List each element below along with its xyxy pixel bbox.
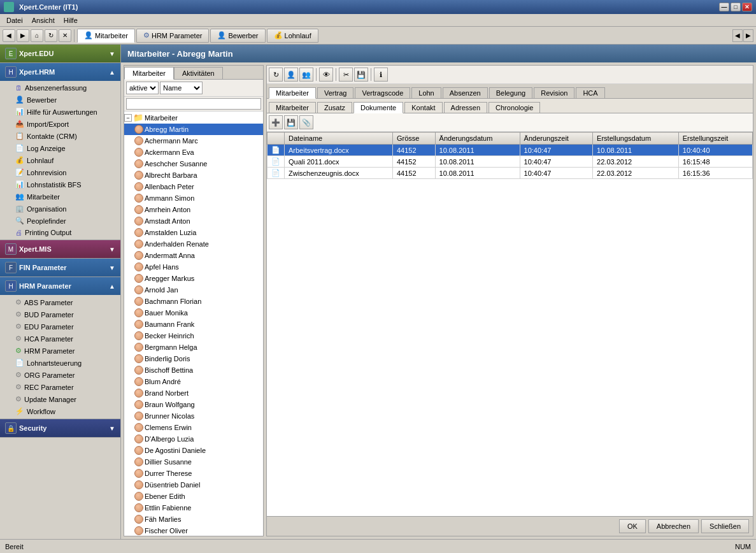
tree-item-24[interactable]: Braun Wolfgang bbox=[124, 399, 263, 410]
person-button[interactable]: 👤 bbox=[284, 68, 298, 82]
filter-dropdown[interactable]: aktive bbox=[126, 82, 159, 94]
tree-item-28[interactable]: De Agostini Daniele bbox=[124, 445, 263, 456]
tree-item-5[interactable]: Allenbach Peter bbox=[124, 181, 263, 192]
close-button-main[interactable]: Schließen bbox=[701, 519, 749, 533]
persons-button[interactable]: 👥 bbox=[299, 68, 313, 82]
tree-item-7[interactable]: Amrhein Anton bbox=[124, 204, 263, 215]
maximize-button[interactable]: □ bbox=[731, 3, 741, 11]
tab-scroll-prev[interactable]: ◀ bbox=[732, 29, 743, 42]
file-row-2[interactable]: 📄 Zwischenzeugnis.docx 44152 10.08.2011 … bbox=[267, 168, 753, 179]
tree-tab-mitarbeiter[interactable]: Mitarbeiter bbox=[124, 67, 174, 80]
detail-tab-absenzen[interactable]: Absenzen bbox=[443, 87, 488, 98]
tree-item-17[interactable]: Baumann Frank bbox=[124, 319, 263, 330]
refresh-button[interactable]: ↻ bbox=[269, 68, 283, 82]
delete-button[interactable]: ✂ bbox=[339, 68, 353, 82]
nav-refresh-button[interactable]: ↻ bbox=[45, 29, 57, 42]
tree-item-27[interactable]: D'Albergo Luzia bbox=[124, 433, 263, 445]
sidebar-header-hrm[interactable]: H Xpert.HRM ▲ bbox=[0, 63, 120, 81]
sidebar-item-org-parameter[interactable]: ⚙ ORG Parameter bbox=[0, 369, 120, 381]
col-erstellungszeit-header[interactable]: Erstellungszeit bbox=[678, 133, 752, 145]
detail-tab-belegung[interactable]: Belegung bbox=[489, 87, 533, 98]
tree-item-35[interactable]: Fischer Oliver bbox=[124, 525, 263, 536]
detail-subtab-dokumente[interactable]: Dokumente bbox=[353, 102, 403, 113]
sidebar-item-printing[interactable]: 🖨 Printing Output bbox=[0, 227, 120, 238]
sidebar-item-absenzenerfassung[interactable]: 🗓 Absenzenerfassung bbox=[0, 82, 120, 94]
file-row-1[interactable]: 📄 Quali 2011.docx 44152 10.08.2011 10:40… bbox=[267, 156, 753, 168]
tab-scroll-next[interactable]: ▶ bbox=[743, 29, 753, 42]
col-aenderungsdatum-header[interactable]: Änderungsdatum bbox=[435, 133, 520, 145]
tree-item-23[interactable]: Brand Norbert bbox=[124, 387, 263, 399]
view-button[interactable]: 👁 bbox=[319, 68, 333, 82]
tree-item-21[interactable]: Bischoff Bettina bbox=[124, 364, 263, 376]
col-dateiname-header[interactable]: Dateiname bbox=[285, 133, 393, 145]
sidebar-item-hca-parameter[interactable]: ⚙ HCA Parameter bbox=[0, 333, 120, 345]
search-input[interactable] bbox=[126, 98, 261, 110]
sidebar-item-import-export[interactable]: 📤 Import/Export bbox=[0, 118, 120, 130]
sidebar-item-update-manager[interactable]: ⚙ Update Manager bbox=[0, 393, 120, 405]
tab-lohnlauf[interactable]: 💰 Lohnlauf bbox=[267, 29, 318, 43]
tab-hrm-parameter[interactable]: ⚙ HRM Parameter bbox=[136, 29, 209, 43]
detail-subtab-adressen[interactable]: Adressen bbox=[444, 102, 487, 113]
nav-forward-button[interactable]: ▶ bbox=[17, 29, 29, 42]
detail-tab-hca[interactable]: HCA bbox=[576, 87, 604, 98]
tree-item-14[interactable]: Arnold Jan bbox=[124, 284, 263, 296]
tree-item-15[interactable]: Bachmann Florian bbox=[124, 296, 263, 307]
detail-subtab-kontakt[interactable]: Kontakt bbox=[404, 102, 442, 113]
col-aenderungszeit-header[interactable]: Änderungszeit bbox=[520, 133, 593, 145]
minimize-button[interactable]: — bbox=[719, 3, 729, 11]
sidebar-header-mis[interactable]: M Xpert.MIS ▼ bbox=[0, 240, 120, 258]
sidebar-item-workflow[interactable]: ⚡ Workflow bbox=[0, 405, 120, 417]
tree-item-2[interactable]: Ackermann Eva bbox=[124, 147, 263, 158]
sidebar-item-mitarbeiter[interactable]: 👥 Mitarbeiter bbox=[0, 190, 120, 203]
file-row-0[interactable]: 📄 Arbeitsvertrag.docx 44152 10.08.2011 1… bbox=[267, 145, 753, 156]
tree-item-12[interactable]: Apfel Hans bbox=[124, 261, 263, 273]
tree-item-16[interactable]: Bauer Monika bbox=[124, 307, 263, 319]
col-groesse-header[interactable]: Grösse bbox=[392, 133, 435, 145]
nav-back-button[interactable]: ◀ bbox=[3, 29, 15, 42]
sidebar-item-log-anzeige[interactable]: 📄 Log Anzeige bbox=[0, 142, 120, 154]
sidebar-header-hrm-param[interactable]: H HRM Parameter ▲ bbox=[0, 277, 120, 295]
detail-subtab-mitarbeiter[interactable]: Mitarbeiter bbox=[269, 102, 316, 113]
info-button[interactable]: ℹ bbox=[374, 68, 388, 82]
sidebar-item-rec-parameter[interactable]: ⚙ REC Parameter bbox=[0, 381, 120, 393]
tree-item-22[interactable]: Blum André bbox=[124, 376, 263, 387]
detail-tab-mitarbeiter[interactable]: Mitarbeiter bbox=[269, 87, 316, 99]
tree-item-29[interactable]: Dillier Susanne bbox=[124, 456, 263, 468]
sidebar-item-bewerber[interactable]: 👤 Bewerber bbox=[0, 94, 120, 106]
tree-item-25[interactable]: Brunner Nicolas bbox=[124, 410, 263, 422]
sidebar-item-bud-parameter[interactable]: ⚙ BUD Parameter bbox=[0, 308, 120, 320]
attach-document-button[interactable]: 📎 bbox=[299, 115, 313, 129]
sidebar-item-organisation[interactable]: 🏢 Organisation bbox=[0, 203, 120, 215]
tab-mitarbeiter[interactable]: 👤 Mitarbeiter bbox=[77, 29, 135, 43]
tree-item-9[interactable]: Amstalden Luzia bbox=[124, 227, 263, 238]
save-document-button[interactable]: 💾 bbox=[284, 115, 298, 129]
add-document-button[interactable]: ➕ bbox=[269, 115, 283, 129]
sidebar-item-hilfe-auswertungen[interactable]: 📊 Hilfe für Auswertungen bbox=[0, 106, 120, 118]
menu-ansicht[interactable]: Ansicht bbox=[28, 16, 59, 25]
menu-hilfe[interactable]: Hilfe bbox=[60, 16, 82, 25]
nav-home-button[interactable]: ⌂ bbox=[31, 29, 43, 42]
tree-item-33[interactable]: Ettlin Fabienne bbox=[124, 502, 263, 514]
sidebar-item-peoplefinder[interactable]: 🔍 Peoplefinder bbox=[0, 215, 120, 227]
sidebar-header-security[interactable]: 🔒 Security ▼ bbox=[0, 419, 120, 437]
tree-item-3[interactable]: Aeschcher Susanne bbox=[124, 158, 263, 169]
menu-datei[interactable]: Datei bbox=[3, 16, 27, 25]
tree-item-11[interactable]: Andermatt Anna bbox=[124, 250, 263, 261]
sidebar-item-lohnstatistik[interactable]: 📊 Lohnstatistik BFS bbox=[0, 178, 120, 190]
sidebar-item-edu-parameter[interactable]: ⚙ EDU Parameter bbox=[0, 320, 120, 333]
detail-tab-vertrag[interactable]: Vertrag bbox=[317, 87, 353, 98]
tree-item-0[interactable]: Abregg Martin bbox=[124, 124, 263, 135]
sidebar-item-hrm-parameter[interactable]: ⚙ HRM Parameter bbox=[0, 345, 120, 357]
tree-item-1[interactable]: Achermann Marc bbox=[124, 135, 263, 147]
tree-item-18[interactable]: Becker Heinrich bbox=[124, 330, 263, 341]
detail-tab-lohn[interactable]: Lohn bbox=[411, 87, 441, 98]
tree-item-10[interactable]: Anderhalden Renate bbox=[124, 238, 263, 250]
tree-item-4[interactable]: Albrecht Barbara bbox=[124, 169, 263, 181]
tree-item-19[interactable]: Bergmann Helga bbox=[124, 341, 263, 353]
tree-item-32[interactable]: Ebener Edith bbox=[124, 491, 263, 502]
search-by-dropdown[interactable]: Name Vorname ID bbox=[160, 82, 203, 94]
sidebar-item-lohnartsteuerung[interactable]: 📄 Lohnartsteuerung bbox=[0, 357, 120, 369]
tree-item-6[interactable]: Ammann Simon bbox=[124, 192, 263, 204]
sidebar-header-fin[interactable]: F FIN Parameter ▼ bbox=[0, 259, 120, 276]
tab-bewerber[interactable]: 👤 Bewerber bbox=[210, 29, 265, 43]
